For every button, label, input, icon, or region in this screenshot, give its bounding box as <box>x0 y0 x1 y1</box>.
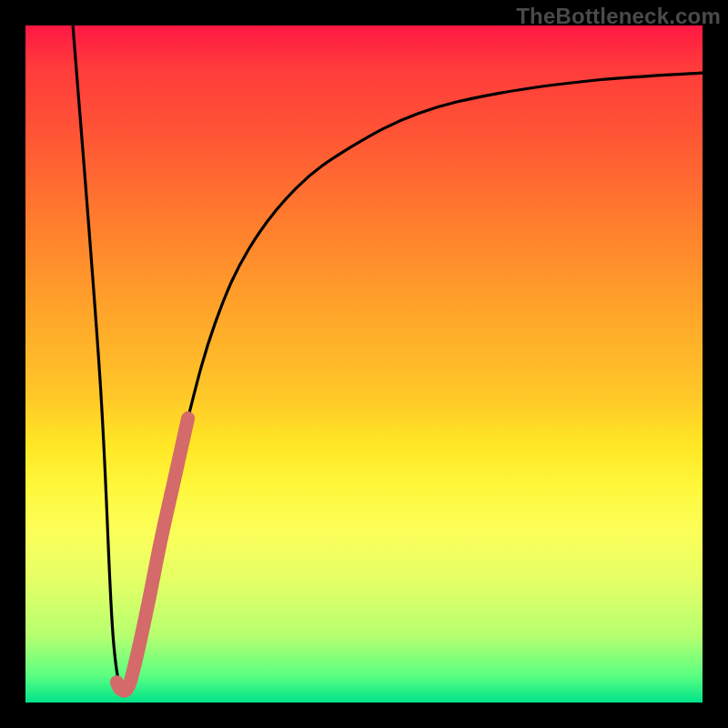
highlight-segment <box>116 419 187 692</box>
bottleneck-curve-line <box>73 25 703 689</box>
chart-svg <box>25 25 703 703</box>
plot-area <box>25 25 703 703</box>
chart-frame: TheBottleneck.com <box>0 0 728 728</box>
